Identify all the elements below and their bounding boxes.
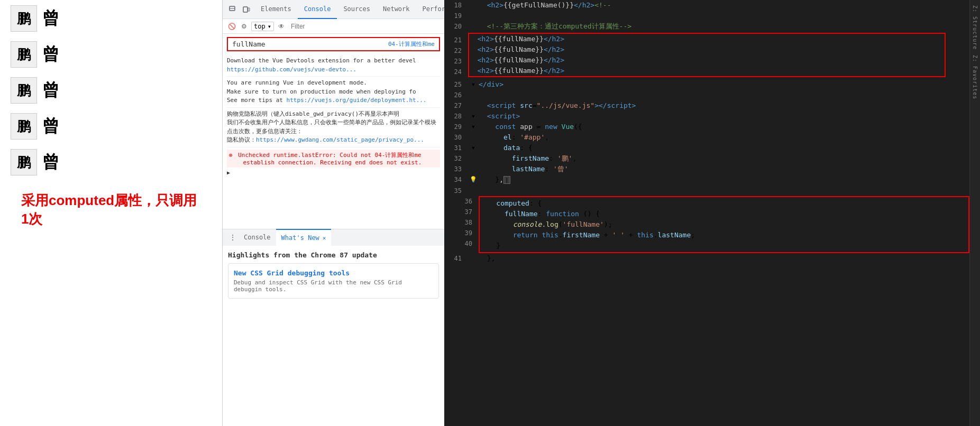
msg-text: Download the Vue Devtools extension for … xyxy=(227,57,416,64)
avatar-1: 鹏 xyxy=(11,5,37,32)
surname-5: 曾 xyxy=(42,151,59,174)
code-text-23: <h2>{{fullName}}</h2> xyxy=(469,55,945,66)
news-item-1-title[interactable]: New CSS Grid debugging tools xyxy=(234,269,433,277)
code-text-18: <h2>{{getFullName()}}</h2><!-- xyxy=(479,0,969,11)
code-line-37: fullName: function () { xyxy=(480,209,968,219)
chinese-entry-4: 鹏 曾 xyxy=(11,113,212,140)
news-item-1-desc: Debug and inspect CSS Grid with the new … xyxy=(234,279,433,293)
code-text-27: <script src="../js/vue.js"></script> xyxy=(479,100,969,111)
devtools-link[interactable]: https://github.com/vuejs/vue-devto... xyxy=(227,66,356,73)
line-num-30: 30 xyxy=(444,132,468,143)
avatar-3: 鹏 xyxy=(11,77,37,104)
code-line-28: 28 ▾ <script> xyxy=(444,111,969,122)
code-text-36: computed: { xyxy=(480,198,968,209)
code-text-29: const app = new Vue({ xyxy=(479,122,969,132)
chinese-entry-1: 鹏 曾 xyxy=(11,5,212,32)
tab-sources[interactable]: Sources xyxy=(337,0,377,19)
chinese-entry-3: 鹏 曾 xyxy=(11,77,212,104)
fullname-box: fullName 04-计算属性和me xyxy=(227,37,440,51)
line-num-35: 35 xyxy=(444,186,468,196)
tab-network[interactable]: Network xyxy=(377,0,416,19)
code-line-20: 20 <!--第三种方案：通过computed计算属性--> xyxy=(444,21,969,32)
line-num-31: 31 xyxy=(444,143,468,153)
avatar-4: 鹏 xyxy=(11,113,37,140)
line-num-41: 41 xyxy=(444,253,468,264)
surname-2: 曾 xyxy=(42,43,59,66)
eye-button[interactable]: 👁 xyxy=(277,22,286,31)
code-line-31: 31 ▾ data: { xyxy=(444,143,969,153)
red-box-html: <h2>{{fullName}}</h2> <h2>{{fullName}}</… xyxy=(468,33,946,77)
code-line-27: 27 <script src="../js/vue.js"></script> xyxy=(444,100,969,111)
browser-content: 鹏 曾 鹏 曾 鹏 曾 鹏 曾 鹏 曾 采用computed属性，只调用1次 xyxy=(0,0,222,426)
line-num-18: 18 xyxy=(444,0,468,11)
news-item-1: New CSS Grid debugging tools Debug and i… xyxy=(228,263,439,299)
error-icon: ⊗ xyxy=(229,152,233,159)
code-text-28: <script> xyxy=(479,111,969,122)
code-line-30: 30 el: '#app', xyxy=(444,132,969,143)
gutter-31: ▾ xyxy=(468,143,479,153)
code-text-41: }, xyxy=(479,253,969,264)
code-text-38: console.log('fullName'); xyxy=(480,219,968,230)
bottom-tab-console[interactable]: Console xyxy=(239,229,276,246)
line-num-34: 34 xyxy=(444,174,468,185)
code-line-25: 25 ▾ </div> xyxy=(444,79,969,90)
gutter-34: 💡 xyxy=(468,174,479,185)
code-line-41: 41 }, xyxy=(444,253,969,264)
code-text-22: <h2>{{fullName}}</h2> xyxy=(469,44,945,55)
surname-1: 曾 xyxy=(42,7,59,30)
code-text-34: },| xyxy=(479,174,969,186)
red-box-js: computed: { fullName: function () { cons… xyxy=(479,196,969,253)
code-text-35 xyxy=(479,186,969,196)
console-msg-2: You are running Vue in development mode.… xyxy=(227,79,440,108)
code-text-40: } xyxy=(480,240,968,251)
console-settings-button[interactable]: ⚙ xyxy=(240,22,248,31)
code-line-40: } xyxy=(480,240,968,251)
chinese-entry-5: 鹏 曾 xyxy=(11,149,212,175)
line-num-25: 25 xyxy=(444,79,468,90)
bottom-tab-whats-new[interactable]: What's New ✕ xyxy=(276,229,332,246)
console-error: ⊗ Unchecked runtime.lastError: Could not… xyxy=(227,150,440,168)
code-editor-panel: 18 <h2>{{getFullName()}}</h2><!-- 19 20 … xyxy=(444,0,980,426)
structure-sidebar: Z: Structure Z: Favorites xyxy=(969,0,980,426)
devtools-panel: Elements Console Sources Network Perfor.… xyxy=(222,0,444,426)
expand-arrow[interactable]: ▶ xyxy=(227,170,440,175)
vue-guide-link[interactable]: https://vuejs.org/guide/deployment.ht... xyxy=(287,97,427,104)
code-text-24: <h2>{{fullName}}</h2> xyxy=(469,66,945,76)
line-num-19: 19 xyxy=(444,11,468,21)
surname-4: 曾 xyxy=(42,115,59,138)
tab-elements[interactable]: Elements xyxy=(254,0,298,19)
gutter-25: ▾ xyxy=(468,79,479,90)
console-output: Download the Vue Devtools extension for … xyxy=(223,54,444,229)
inspect-element-button[interactable] xyxy=(227,4,239,15)
error-link[interactable]: 04-计算属性和me xyxy=(375,152,422,159)
source-link[interactable]: 04-计算属性和me xyxy=(388,40,435,48)
tab-close-button[interactable]: ✕ xyxy=(323,235,326,242)
sidebar-label-structure: Z: Structure xyxy=(972,5,978,50)
code-line-29: 29 ▾ const app = new Vue({ xyxy=(444,122,969,132)
code-line-18: 18 <h2>{{getFullName()}}</h2><!-- xyxy=(444,0,969,11)
svg-rect-3 xyxy=(248,8,250,11)
code-line-21: <h2>{{fullName}}</h2> xyxy=(469,34,945,44)
whats-new-tab-label: What's New xyxy=(281,234,319,242)
console-msg-1: Download the Vue Devtools extension for … xyxy=(227,57,440,77)
more-options-button[interactable]: ⋮ xyxy=(227,231,239,244)
whats-new-header: Highlights from the Chrome 87 update xyxy=(228,251,439,259)
code-line-38: console.log('fullName'); xyxy=(480,219,968,230)
code-line-23: <h2>{{fullName}}</h2> xyxy=(469,55,945,66)
clear-console-button[interactable]: 🚫 xyxy=(227,22,237,31)
chevron-down-icon: ▾ xyxy=(268,23,271,30)
privacy-link[interactable]: https://www.gwdang.com/static_page/priva… xyxy=(256,136,424,143)
code-line-24: <h2>{{fullName}}</h2> xyxy=(469,66,945,76)
gutter-29: ▾ xyxy=(468,122,479,132)
code-text-37: fullName: function () { xyxy=(480,209,968,219)
tab-console[interactable]: Console xyxy=(298,0,337,19)
context-selector[interactable]: top ▾ xyxy=(251,22,274,31)
code-line-22: <h2>{{fullName}}</h2> xyxy=(469,44,945,55)
code-text-25: </div> xyxy=(479,79,969,90)
device-toolbar-button[interactable] xyxy=(241,4,252,15)
code-line-33: 33 lastName: '曾' xyxy=(444,164,969,174)
chinese-entry-2: 鹏 曾 xyxy=(11,41,212,68)
filter-input[interactable] xyxy=(289,22,440,31)
code-text-20: <!--第三种方案：通过computed计算属性--> xyxy=(479,21,969,32)
code-line-39: return this.firstName + ' ' + this.lastN… xyxy=(480,230,968,240)
